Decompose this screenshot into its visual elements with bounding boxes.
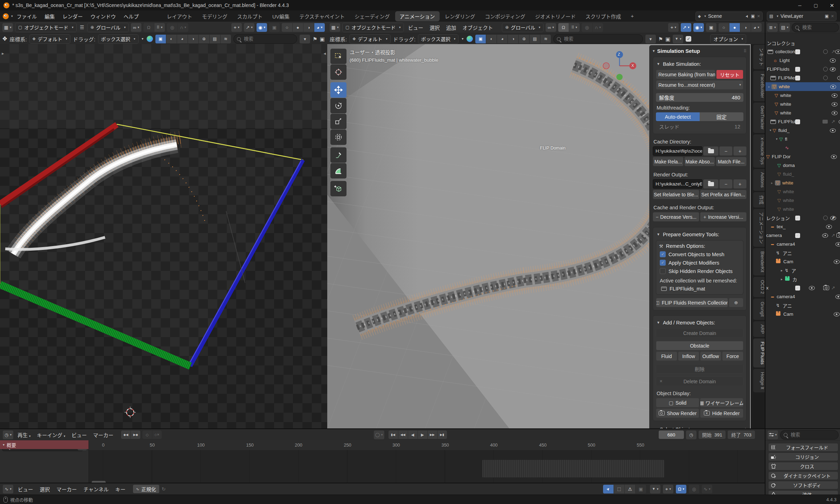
outliner-row-camera4[interactable]: camera4 [765, 240, 840, 248]
solid-display-button[interactable]: Solid [656, 398, 699, 407]
falloff-button[interactable] [702, 485, 712, 493]
menu-keying[interactable]: キーイング [35, 431, 68, 439]
menu-marker[interactable]: マーカー [91, 431, 115, 439]
cache-decrease-button[interactable] [719, 146, 733, 156]
viewport-overlay-2[interactable] [166, 35, 177, 43]
expander-icon[interactable] [768, 85, 770, 89]
outliner-row-tex-collection[interactable]: レクション [765, 214, 840, 222]
menu-key[interactable]: キー [113, 485, 128, 493]
menu-help[interactable]: ヘルプ [120, 13, 143, 20]
eye-icon[interactable] [832, 93, 838, 98]
checkbox-icon[interactable] [795, 76, 800, 80]
expand-button[interactable] [645, 35, 656, 43]
maximize-button[interactable] [808, 0, 824, 10]
viewport-right-content[interactable]: ユーザー・透視投影 (680) FLIPFluids_mat | whitewa… [327, 44, 765, 428]
checkbox-icon[interactable] [795, 216, 800, 220]
chevron-down-icon[interactable] [461, 37, 464, 41]
coord-dropdown[interactable]: デフォルト [29, 34, 71, 44]
shading-material-button[interactable] [303, 23, 314, 32]
outliner-row-white-active[interactable]: white [765, 178, 840, 187]
menu-file[interactable]: ファイル [13, 13, 41, 20]
menu-playback[interactable]: 再生 [15, 431, 33, 439]
collision-button[interactable]: コリジョン [769, 453, 838, 461]
outliner-row-anim-child[interactable]: ア [765, 266, 840, 275]
shading-material-button[interactable] [740, 23, 751, 32]
arrow-icon[interactable] [831, 67, 835, 72]
material-ball-icon[interactable] [467, 36, 473, 42]
ntab-geotracker[interactable]: GeoTracker [753, 103, 765, 133]
checkbox-icon[interactable] [795, 233, 800, 238]
editor-type-button[interactable] [330, 23, 340, 32]
insert-keyframe-button[interactable] [142, 430, 152, 439]
menu-edit[interactable]: 編集 [41, 13, 59, 20]
shading-wireframe-button[interactable] [282, 23, 292, 32]
outliner-row-fl-data[interactable]: fl [765, 135, 840, 144]
force-field-button[interactable]: フォースフィールド [769, 443, 838, 451]
outliner-row-light[interactable]: Light [765, 56, 840, 65]
gizmo-button[interactable] [244, 23, 254, 32]
outliner-row-white-dim[interactable]: white [765, 187, 840, 196]
workspace-tab-rendering[interactable]: レンダリング [440, 11, 480, 21]
arrow-icon[interactable] [831, 233, 835, 238]
select-box-tool[interactable] [330, 49, 346, 64]
expander-icon[interactable] [781, 278, 783, 281]
play-button[interactable] [418, 430, 427, 439]
eye-icon[interactable] [831, 155, 837, 159]
ntab-0[interactable]: ンキット [753, 45, 765, 69]
annotate-tool[interactable] [330, 147, 346, 163]
viewport-overlay-1[interactable] [155, 35, 166, 43]
outliner-row-white-selected[interactable]: white [765, 82, 840, 91]
remove-viewlayer-icon[interactable] [831, 14, 834, 18]
chevron-down-icon[interactable] [141, 37, 144, 41]
outliner-row-camera-data[interactable]: カ [765, 275, 840, 284]
workspace-tab-layout[interactable]: レイアウト [162, 11, 197, 21]
menu-object[interactable]: オブジェクト [460, 24, 495, 31]
filter-mode-button[interactable] [779, 23, 790, 32]
outliner-row-fluid[interactable]: fluid_ [765, 126, 840, 135]
outliner-row-flipfluids[interactable]: FLIPFluids [765, 65, 840, 74]
outliner-row-flipmes[interactable]: FLIPMes [765, 74, 840, 82]
measure-tool[interactable] [330, 163, 346, 178]
outliner-row-flip-domain[interactable]: FLIP Dor [765, 152, 840, 161]
outliner-row-scene-collection[interactable]: ンコレクショ [765, 38, 840, 47]
editor-type-button[interactable] [768, 430, 778, 439]
target-button[interactable] [663, 485, 673, 493]
section-collapse-icon[interactable] [657, 62, 660, 66]
outliner-row-white[interactable]: white [765, 108, 840, 117]
render-path-field[interactable]: H:\yukikaze\...C_onlyB_mat [653, 179, 702, 189]
proportional-edit-button[interactable] [167, 23, 177, 32]
editor-type-button[interactable] [3, 430, 13, 439]
snap-options-button[interactable] [569, 23, 580, 32]
selectable-icon[interactable] [823, 286, 828, 290]
remove-button[interactable]: 削除 [656, 364, 743, 373]
scene-selector[interactable]: Scene [695, 12, 763, 21]
workspace-tab-scripting[interactable]: スクリプト作成 [581, 11, 626, 21]
copy-settings-icon[interactable] [665, 36, 670, 42]
eye-icon[interactable] [809, 286, 815, 290]
decrease-version-button[interactable]: Decrease Vers... [653, 212, 699, 222]
menu-window[interactable]: ウィンドウ [87, 13, 120, 20]
set-relative-button[interactable]: Set Relative to Ble... [653, 190, 699, 199]
delete-keyframe-button[interactable] [152, 430, 162, 439]
ntab-xmuscle[interactable]: x-muscle Sys [753, 134, 765, 168]
move-tool[interactable] [330, 82, 346, 98]
menu-select[interactable]: 選択 [427, 24, 442, 31]
make-relative-button[interactable]: Make Rela... [653, 157, 684, 166]
outliner-row-flipfluid[interactable]: FLIPFluid [765, 117, 840, 126]
summary-channel-row[interactable]: 概要 [0, 440, 89, 449]
workspace-tab-sculpt[interactable]: スカルプト [233, 11, 267, 21]
viewport-overlay-5[interactable] [519, 35, 529, 43]
menu-view[interactable]: ビュー [70, 431, 89, 439]
xray-button[interactable] [269, 23, 280, 32]
search-input[interactable] [243, 36, 294, 42]
checkbox-icon[interactable] [795, 67, 800, 72]
drag-dropdown[interactable]: ボックス選択 [418, 34, 458, 44]
overlays-button[interactable] [693, 23, 704, 32]
proportional-falloff-button[interactable] [178, 23, 188, 32]
material-ball-icon[interactable] [147, 36, 153, 42]
filter-button[interactable] [650, 485, 660, 493]
create-domain-button[interactable]: Create Domain [656, 328, 743, 338]
viewport-overlay-1[interactable] [475, 35, 486, 43]
eye-icon[interactable] [834, 260, 840, 264]
close-button[interactable] [824, 0, 840, 10]
